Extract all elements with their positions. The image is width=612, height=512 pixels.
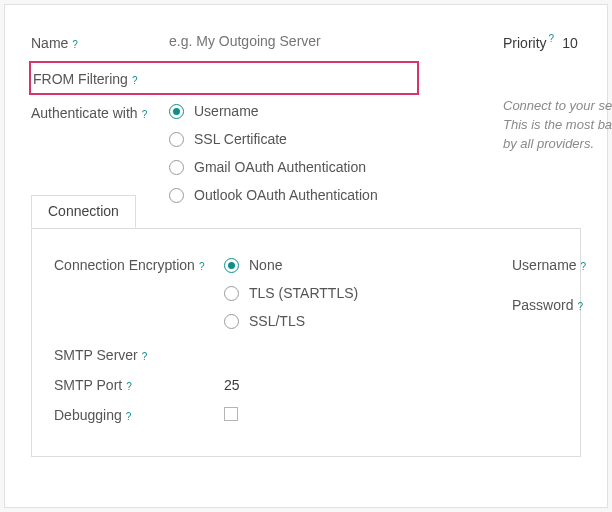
encryption-option-label: None bbox=[249, 257, 282, 273]
smtp-port-input[interactable] bbox=[224, 377, 284, 393]
name-label-text: Name bbox=[31, 35, 68, 51]
encryption-row: Connection Encryption ? None TLS (STARTT… bbox=[54, 257, 558, 329]
connection-tab-panel: Connection Connection Encryption ? None … bbox=[31, 229, 581, 457]
help-icon[interactable]: ? bbox=[132, 75, 138, 86]
username-label-text: Username bbox=[512, 257, 577, 273]
radio-icon bbox=[169, 132, 184, 147]
smtp-server-label-text: SMTP Server bbox=[54, 347, 138, 363]
debugging-label-text: Debugging bbox=[54, 407, 122, 423]
auth-option-label: SSL Certificate bbox=[194, 131, 287, 147]
radio-icon bbox=[169, 160, 184, 175]
radio-icon bbox=[224, 314, 239, 329]
help-icon[interactable]: ? bbox=[142, 109, 148, 120]
help-icon[interactable]: ? bbox=[199, 261, 205, 272]
password-label: Password ? bbox=[512, 297, 586, 313]
name-input[interactable] bbox=[169, 33, 389, 49]
help-icon[interactable]: ? bbox=[126, 381, 132, 392]
from-filtering-text: FROM Filtering bbox=[33, 71, 128, 87]
settings-panel: Name ? FROM Filtering ? Authenticate wit… bbox=[4, 4, 608, 508]
authenticate-label: Authenticate with ? bbox=[31, 103, 169, 121]
encryption-label: Connection Encryption ? bbox=[54, 257, 224, 273]
auth-option-label: Username bbox=[194, 103, 259, 119]
help-icon[interactable]: ? bbox=[549, 33, 555, 44]
radio-icon bbox=[224, 258, 239, 273]
smtp-port-row: SMTP Port ? bbox=[54, 377, 558, 393]
priority-label-text: Priority bbox=[503, 35, 547, 51]
from-filtering-label: FROM Filtering ? bbox=[31, 69, 169, 87]
help-icon[interactable]: ? bbox=[577, 301, 583, 312]
debugging-label: Debugging ? bbox=[54, 407, 224, 423]
encryption-option-label: SSL/TLS bbox=[249, 313, 305, 329]
credentials-area: Username ? Password ? bbox=[512, 257, 586, 337]
tab-connection[interactable]: Connection bbox=[31, 195, 136, 228]
encryption-option-label: TLS (STARTTLS) bbox=[249, 285, 358, 301]
tabs-bar: Connection bbox=[31, 195, 581, 229]
help-description: Connect to your serv This is the most ba… bbox=[503, 97, 612, 154]
smtp-port-label-text: SMTP Port bbox=[54, 377, 122, 393]
from-filtering-row: FROM Filtering ? bbox=[29, 61, 419, 95]
encryption-label-text: Connection Encryption bbox=[54, 257, 195, 273]
username-label: Username ? bbox=[512, 257, 586, 273]
priority-input[interactable] bbox=[562, 35, 592, 51]
smtp-port-label: SMTP Port ? bbox=[54, 377, 224, 393]
authenticate-label-text: Authenticate with bbox=[31, 105, 138, 121]
help-icon[interactable]: ? bbox=[72, 39, 78, 50]
name-row: Name ? bbox=[31, 33, 581, 51]
radio-icon bbox=[224, 286, 239, 301]
debugging-row: Debugging ? bbox=[54, 407, 558, 424]
priority-label: Priority? bbox=[503, 33, 554, 51]
help-icon[interactable]: ? bbox=[126, 411, 132, 422]
encryption-option-tls[interactable]: TLS (STARTTLS) bbox=[224, 285, 558, 301]
encryption-option-none[interactable]: None bbox=[224, 257, 558, 273]
smtp-server-row: SMTP Server ? bbox=[54, 347, 558, 363]
priority-area: Priority? bbox=[503, 33, 612, 61]
help-icon[interactable]: ? bbox=[581, 261, 587, 272]
password-label-text: Password bbox=[512, 297, 573, 313]
auth-option-gmail-oauth[interactable]: Gmail OAuth Authentication bbox=[169, 159, 581, 175]
smtp-server-input[interactable] bbox=[224, 347, 424, 363]
radio-icon bbox=[169, 104, 184, 119]
encryption-option-ssl[interactable]: SSL/TLS bbox=[224, 313, 558, 329]
auth-option-label: Gmail OAuth Authentication bbox=[194, 159, 366, 175]
name-label: Name ? bbox=[31, 33, 169, 51]
smtp-server-label: SMTP Server ? bbox=[54, 347, 224, 363]
debugging-checkbox[interactable] bbox=[224, 407, 238, 421]
authenticate-row: Authenticate with ? Username SSL Certifi… bbox=[31, 103, 581, 203]
help-icon[interactable]: ? bbox=[142, 351, 148, 362]
encryption-radio-group: None TLS (STARTTLS) SSL/TLS bbox=[224, 257, 558, 329]
